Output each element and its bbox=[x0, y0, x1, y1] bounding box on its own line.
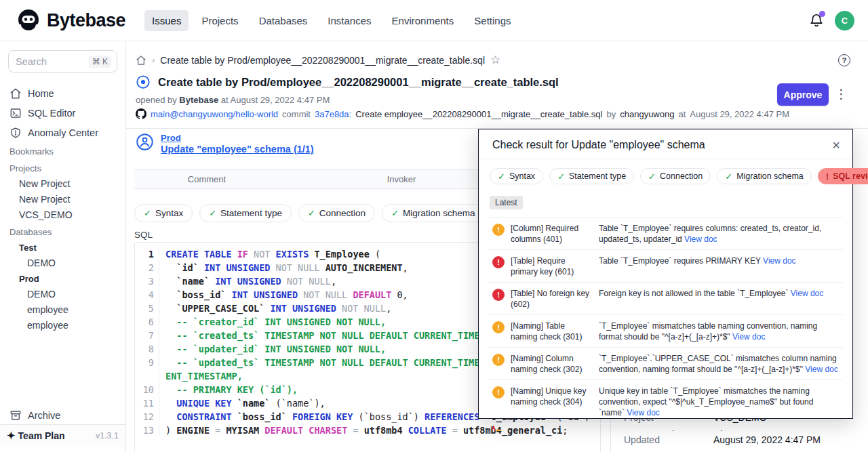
nav-item-issues[interactable]: Issues bbox=[144, 10, 189, 31]
terminal-icon bbox=[9, 107, 22, 119]
check-pill-syntax[interactable]: ✓Syntax bbox=[490, 168, 543, 184]
view-doc-link[interactable]: View doc bbox=[805, 365, 837, 374]
check-pill-migration-schema[interactable]: ✓Migration schema bbox=[717, 168, 812, 184]
issue-title: Create table by Prod/employee__202208290… bbox=[158, 76, 559, 89]
sidebar-item-home[interactable]: Home bbox=[0, 83, 125, 103]
approve-button[interactable]: Approve bbox=[777, 83, 829, 106]
archive-icon bbox=[9, 409, 22, 422]
check-pill-statement-type[interactable]: ✓Statement type bbox=[549, 168, 634, 184]
warning-icon: ! bbox=[492, 354, 505, 366]
close-icon[interactable]: × bbox=[832, 139, 840, 151]
review-result-row: ![Naming] Foreign key naming check (305)… bbox=[488, 424, 843, 431]
line-number: 2 bbox=[135, 261, 159, 274]
check-result-modal: Check result for Update "employee" schem… bbox=[478, 129, 853, 419]
vcs-commit-link[interactable]: 3a7e8da: bbox=[315, 109, 351, 119]
sparkles-icon: ✦ bbox=[7, 430, 16, 442]
help-icon[interactable]: ? bbox=[838, 54, 850, 66]
search-shortcut: ⌘ K bbox=[89, 56, 111, 68]
sidebar-item-archive[interactable]: Archive bbox=[0, 405, 125, 426]
sql-section-label: SQL bbox=[134, 230, 153, 240]
sidebar-item-demo[interactable]: DEMO bbox=[0, 255, 125, 271]
error-icon: ! bbox=[492, 289, 505, 301]
sidebar-item-new-project[interactable]: New Project bbox=[0, 192, 125, 207]
view-doc-link[interactable]: View doc bbox=[684, 234, 717, 244]
sidebar-section-databases: Databases bbox=[0, 223, 125, 240]
review-result-row: ![Naming] Unique key naming check (304)U… bbox=[488, 380, 843, 424]
check-pill-statement-type[interactable]: ✓Statement type bbox=[199, 204, 292, 222]
more-options-icon[interactable]: ⋮ bbox=[835, 86, 848, 102]
nav-item-projects[interactable]: Projects bbox=[194, 10, 245, 31]
notifications-bell-icon[interactable] bbox=[809, 12, 824, 28]
breadcrumb-title[interactable]: Create table by Prod/employee__202208290… bbox=[160, 55, 485, 66]
rule-name: [Naming] Foreign key naming check (305) bbox=[511, 429, 591, 431]
fail-icon: ! bbox=[826, 171, 829, 182]
rule-name: [Table] No foreign key (602) bbox=[511, 288, 591, 310]
line-number: 1 bbox=[135, 247, 159, 261]
bookmark-star-icon[interactable]: ☆ bbox=[490, 53, 500, 67]
warning-icon: ! bbox=[492, 386, 505, 398]
sidebar-item-new-project[interactable]: New Project bbox=[0, 176, 125, 192]
issue-byline: opened by Bytebase at August 29, 2022 4:… bbox=[136, 95, 330, 105]
sidebar-item-label: Anomaly Center bbox=[28, 127, 98, 138]
latest-tab[interactable]: Latest bbox=[490, 196, 523, 209]
check-pill-migration-schema[interactable]: ✓Migration schema bbox=[382, 204, 484, 222]
user-avatar[interactable]: C bbox=[835, 11, 854, 30]
issue-opened-at: August 29, 2022 4:47 PM bbox=[231, 95, 330, 105]
nav-item-environments[interactable]: Environments bbox=[384, 10, 462, 31]
check-icon: ✓ bbox=[308, 208, 315, 218]
rule-message: `T_Employee`.`UPPER_CASE_COL` mismatches… bbox=[599, 353, 840, 375]
check-pill-sql-review[interactable]: !SQL review bbox=[818, 168, 868, 184]
breadcrumb-chevron-icon: › bbox=[152, 55, 155, 65]
column-header-comment: Comment bbox=[134, 174, 279, 184]
check-icon: ✓ bbox=[498, 171, 505, 182]
line-number: 8 bbox=[135, 342, 159, 356]
sidebar-item-sql-editor[interactable]: SQL Editor bbox=[0, 103, 125, 123]
view-doc-link[interactable]: View doc bbox=[763, 256, 795, 266]
stage-env-link[interactable]: Prod bbox=[161, 133, 314, 143]
review-result-row: ![Table] Require primary key (601)Table … bbox=[488, 250, 843, 283]
issue-header: Create table by Prod/employee__202208290… bbox=[136, 75, 559, 89]
sidebar-env-prod: Prod bbox=[0, 271, 125, 287]
assignee-icon bbox=[136, 133, 154, 151]
detail-label: Updated bbox=[624, 434, 713, 445]
line-number: 12 bbox=[135, 410, 159, 424]
breadcrumb: › Create table by Prod/employee__2022082… bbox=[136, 53, 500, 67]
vcs-branch-link[interactable]: main@changyuwong/hello-world bbox=[151, 109, 278, 119]
check-pill-syntax[interactable]: ✓Syntax bbox=[134, 204, 193, 222]
sidebar-item-demo[interactable]: DEMO bbox=[0, 287, 125, 302]
notification-dot bbox=[819, 11, 825, 17]
issue-open-icon bbox=[136, 75, 151, 89]
check-icon: ✓ bbox=[725, 171, 732, 182]
rule-message: Table `T_Employee` requires columns: cre… bbox=[599, 223, 840, 245]
rule-name: [Naming] Unique key naming check (304) bbox=[511, 386, 591, 407]
rule-message: `T_Employee` mismatches table naming con… bbox=[599, 321, 840, 342]
sidebar-item-employee[interactable]: employee bbox=[0, 318, 125, 333]
sidebar-item-employee[interactable]: employee bbox=[0, 302, 125, 318]
nav-item-instances[interactable]: Instances bbox=[320, 10, 378, 31]
left-sidebar: Search ⌘ K HomeSQL EditorAnomaly CenterB… bbox=[0, 41, 126, 452]
review-result-row: ![Naming] Table naming check (301)`T_Emp… bbox=[488, 315, 843, 348]
rule-name: [Column] Required columns (401) bbox=[511, 223, 591, 245]
rule-name: [Table] Require primary key (601) bbox=[511, 255, 591, 277]
search-input[interactable]: Search ⌘ K bbox=[8, 50, 117, 73]
rule-message: Foreign key in table `T_Employee` mismat… bbox=[599, 429, 840, 431]
check-pill-connection[interactable]: ✓Connection bbox=[298, 204, 375, 222]
main-nav: IssuesProjectsDatabasesInstancesEnvironm… bbox=[144, 10, 518, 31]
check-pill-connection[interactable]: ✓Connection bbox=[640, 168, 711, 184]
stage-task-link[interactable]: Update "employee" schema (1/1) bbox=[161, 144, 314, 155]
view-doc-link[interactable]: View doc bbox=[732, 332, 765, 342]
bytebase-logo[interactable]: Bytebase bbox=[16, 8, 125, 33]
plan-link[interactable]: ✦ Team Plan bbox=[7, 430, 65, 442]
sidebar-item-vcs-demo[interactable]: VCS_DEMO bbox=[0, 207, 125, 223]
warning-icon: ! bbox=[492, 224, 505, 236]
nav-item-databases[interactable]: Databases bbox=[252, 10, 315, 31]
sidebar-item-anomaly-center[interactable]: Anomaly Center bbox=[0, 123, 125, 142]
nav-item-settings[interactable]: Settings bbox=[467, 10, 518, 31]
sidebar-section-projects: Projects bbox=[0, 159, 125, 176]
rule-message: Unique key in table `T_Employee` mismatc… bbox=[599, 386, 840, 418]
view-doc-link[interactable]: View doc bbox=[791, 289, 823, 298]
home-breadcrumb-icon[interactable] bbox=[136, 55, 146, 66]
vcs-author: changyuwong bbox=[620, 109, 674, 119]
search-placeholder: Search bbox=[16, 56, 89, 67]
view-doc-link[interactable]: View doc bbox=[627, 408, 659, 417]
